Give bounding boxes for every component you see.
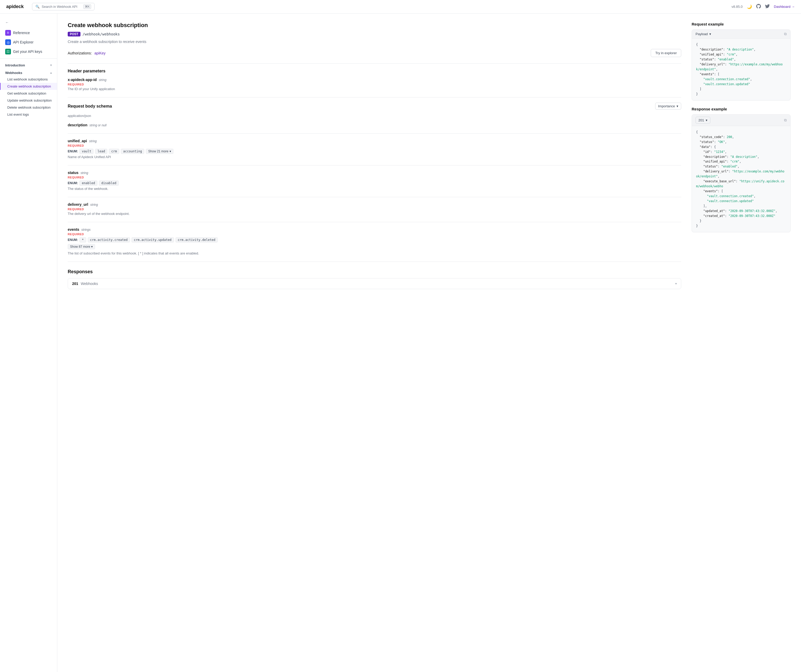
divider-2 [68, 63, 681, 64]
right-panel: Request example Payload ▾ ⧉ { "descripti… [692, 22, 791, 289]
field-delivery-url: delivery_url string REQUIRED The deliver… [68, 202, 681, 216]
page-title: Create webhook subscription [68, 22, 681, 29]
required-badge-app-id: REQUIRED [68, 83, 681, 86]
field-name-delivery-url: delivery_url [68, 202, 88, 206]
moon-icon[interactable]: 🌙 [747, 4, 752, 9]
param-type-app-id: string [99, 78, 106, 82]
field-desc-status: The status of the webhook. [68, 187, 681, 191]
sidebar-item-get-webhook-subscription[interactable]: Get webhook subscription [0, 90, 57, 97]
request-body-header: Request body schema Importance ▾ [68, 103, 681, 110]
response-label-201: Webhooks [81, 282, 98, 286]
sidebar-item-delete-webhook-subscription[interactable]: Delete webhook subscription [0, 104, 57, 111]
try-in-explorer-button[interactable]: Try in explorer [651, 49, 681, 57]
sidebar-item-create-webhook-subscription[interactable]: Create webhook subscription [0, 83, 57, 90]
responses-title: Responses [68, 269, 681, 274]
field-type-delivery-url: string [90, 203, 98, 206]
importance-label: Importance [658, 104, 675, 108]
sidebar-item-reference[interactable]: R Reference [0, 28, 57, 37]
divider-8 [68, 261, 681, 262]
response-example-block: 201 ▾ ⧉ { "status_code": 200, "status": … [692, 114, 791, 232]
field-type-description: string or null [89, 124, 106, 127]
enum-label-events: ENUM: [68, 238, 78, 242]
importance-dropdown[interactable]: Importance ▾ [655, 103, 681, 110]
sidebar-item-update-webhook-subscription[interactable]: Update webhook subscription [0, 97, 57, 104]
response-code-201: 201 [72, 282, 78, 286]
show-more-events[interactable]: Show 87 more ▾ [68, 244, 95, 249]
required-badge-delivery-url: REQUIRED [68, 208, 681, 211]
field-desc-unified-api: Name of Apideck Unified API [68, 155, 681, 159]
reference-label: Reference [13, 31, 30, 35]
field-type-status: string [80, 171, 88, 175]
request-code-body: { "description": "A description", "unifi… [692, 39, 790, 100]
response-code-header: 201 ▾ ⧉ [692, 114, 790, 126]
enum-tag-crm-deleted: crm.activity.deleted [175, 237, 218, 242]
status-chevron: ▾ [706, 118, 708, 122]
introduction-group[interactable]: Introduction ▾ [0, 61, 57, 68]
enum-label-status: ENUM: [68, 181, 78, 185]
show-more-events-row: Show 87 more ▾ [68, 244, 681, 249]
enum-tag-lead: lead [95, 149, 107, 154]
sidebar-item-list-event-logs[interactable]: List event logs [0, 111, 57, 118]
api-keys-icon: ⚿ [5, 49, 11, 55]
layout: ← R Reference ◎ API Explorer ⚿ Get your … [0, 13, 801, 672]
auth-row: Authorizations: apiKey Try in explorer [68, 49, 681, 57]
enum-row-status: ENUM: enabled disabled [68, 180, 681, 186]
enum-row-unified-api: ENUM: vault lead crm accounting Show 21 … [68, 149, 681, 154]
method-row: POST /webhook/webhooks [68, 32, 681, 37]
search-placeholder: Search in Webhook API [42, 5, 77, 9]
payload-dropdown[interactable]: Payload ▾ [696, 32, 711, 36]
show-more-chevron: ▾ [169, 150, 171, 153]
introduction-label: Introduction [5, 63, 25, 67]
introduction-chevron: ▾ [50, 64, 52, 67]
search-bar[interactable]: 🔍 Search in Webhook API ⌘K [32, 3, 95, 10]
field-unified-api: unified_api string REQUIRED ENUM: vault … [68, 139, 681, 159]
importance-chevron: ▾ [677, 104, 678, 108]
payload-chevron: ▾ [709, 32, 711, 36]
show-more-events-chevron: ▾ [91, 245, 93, 248]
field-name-unified-api: unified_api [68, 139, 87, 143]
enum-tag-vault: vault [79, 149, 93, 154]
webhooks-group[interactable]: Webhooks ▴ [0, 68, 57, 76]
sidebar-nav: List webhook subscriptionsCreate webhook… [0, 76, 57, 118]
sidebar-item-api-keys[interactable]: ⚿ Get your API keys [0, 47, 57, 56]
topnav-right: v8.85.0 🌙 Dashboard → [732, 4, 795, 10]
enum-tag-crm: crm [109, 149, 119, 154]
field-type-events: strings [81, 228, 90, 232]
response-201-row[interactable]: 201 Webhooks ▾ [68, 278, 681, 289]
response-example-title: Response example [692, 107, 791, 111]
request-code-header: Payload ▾ ⧉ [692, 30, 790, 39]
field-name-events: events [68, 227, 79, 232]
enum-tag-crm-updated: crm.activity.updated [132, 237, 174, 242]
response-code-body: { "status_code": 200, "status": "OK", "d… [692, 126, 790, 232]
divider-1 [0, 58, 57, 59]
auth-label: Authorizations: apiKey [68, 51, 105, 55]
copy-request-button[interactable]: ⧉ [784, 32, 787, 36]
copy-response-button[interactable]: ⧉ [784, 118, 787, 122]
show-more-unified-api[interactable]: Show 21 more ▾ [146, 149, 173, 154]
field-desc-delivery-url: The delivery url of the webhook endpoint… [68, 212, 681, 216]
dashboard-link[interactable]: Dashboard → [774, 5, 795, 9]
topnav: apideck 🔍 Search in Webhook API ⌘K v8.85… [0, 0, 801, 13]
status-label: 201 [698, 118, 704, 122]
search-icon: 🔍 [35, 5, 40, 9]
enum-tag-crm-created: crm.activity.created [88, 237, 130, 242]
field-desc-events: The list of subscribed events for this w… [68, 251, 681, 255]
enum-tag-accounting: accounting [121, 149, 144, 154]
enum-label-unified-api: ENUM: [68, 150, 78, 153]
version-label: v8.85.0 [732, 5, 743, 9]
sidebar-item-list-webhook-subscriptions[interactable]: List webhook subscriptions [0, 76, 57, 83]
search-kbd: ⌘K [83, 5, 91, 9]
auth-key[interactable]: apiKey [95, 51, 106, 55]
back-icon: ← [5, 20, 9, 24]
status-dropdown[interactable]: 201 ▾ [696, 117, 710, 124]
divider-4 [68, 133, 681, 134]
field-name-description: description [68, 123, 87, 127]
field-type-unified-api: string [89, 139, 97, 143]
github-icon[interactable] [756, 4, 761, 10]
back-button[interactable]: ← [0, 19, 57, 26]
enum-tag-disabled: disabled [99, 180, 119, 186]
sidebar-item-api-explorer[interactable]: ◎ API Explorer [0, 37, 57, 47]
twitter-icon[interactable] [765, 4, 770, 10]
field-status: status string REQUIRED ENUM: enabled dis… [68, 171, 681, 191]
page-description: Create a webhook subscription to receive… [68, 40, 681, 44]
